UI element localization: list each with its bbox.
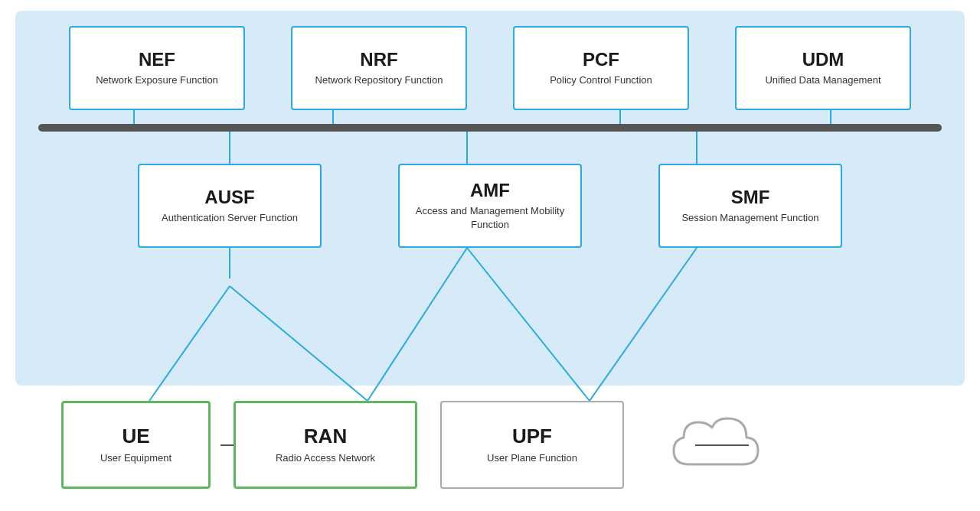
nef-abbr: NEF <box>139 49 175 70</box>
udm-abbr: UDM <box>802 49 844 70</box>
pcf-name: Policy Control Function <box>550 73 652 87</box>
ue-box: UE User Equipment <box>61 401 211 489</box>
ran-name: Radio Access Network <box>276 451 375 465</box>
nrf-box: NRF Network Repository Function <box>291 26 467 110</box>
cloud-svg <box>670 411 769 480</box>
nef-name: Network Exposure Function <box>96 73 218 87</box>
nef-box: NEF Network Exposure Function <box>69 26 245 110</box>
smf-name: Session Management Function <box>681 211 818 225</box>
ue-abbr: UE <box>122 425 149 448</box>
amf-box: AMF Access and Management Mobility Funct… <box>398 164 582 248</box>
service-bus <box>38 124 942 132</box>
udm-box: UDM Unified Data Management <box>735 26 911 110</box>
ue-name: User Equipment <box>100 451 172 465</box>
diagram-container: NEF Network Exposure Function NRF Networ… <box>15 11 965 500</box>
nrf-abbr: NRF <box>360 49 397 70</box>
ausf-abbr: AUSF <box>204 187 254 208</box>
upf-name: User Plane Function <box>487 451 577 465</box>
cloud-icon <box>670 411 769 480</box>
upf-box: UPF User Plane Function <box>440 401 624 489</box>
ran-box: RAN Radio Access Network <box>234 401 417 489</box>
upf-abbr: UPF <box>512 425 552 448</box>
amf-abbr: AMF <box>470 180 510 201</box>
ausf-box: AUSF Authentication Server Function <box>138 164 322 248</box>
ausf-name: Authentication Server Function <box>162 211 298 225</box>
middle-row: AUSF Authentication Server Function AMF … <box>15 164 965 248</box>
udm-name: Unified Data Management <box>765 73 880 87</box>
top-row: NEF Network Exposure Function NRF Networ… <box>15 26 965 110</box>
smf-box: SMF Session Management Function <box>658 164 842 248</box>
smf-abbr: SMF <box>731 187 770 208</box>
pcf-box: PCF Policy Control Function <box>513 26 689 110</box>
amf-name: Access and Management Mobility Function <box>409 204 571 232</box>
pcf-abbr: PCF <box>583 49 619 70</box>
nrf-name: Network Repository Function <box>315 73 443 87</box>
ran-abbr: RAN <box>304 425 347 448</box>
bottom-row: UE User Equipment RAN Radio Access Netwo… <box>15 401 965 489</box>
